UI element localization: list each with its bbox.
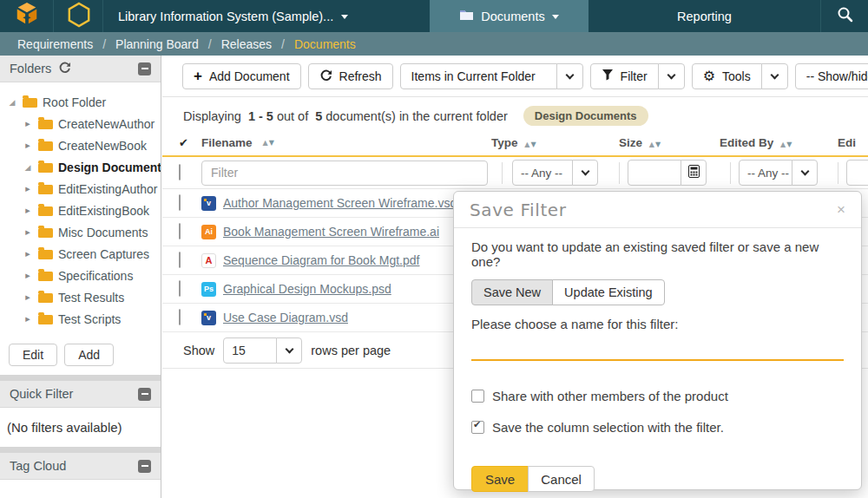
tree-collapsed-icon[interactable]: ▸ — [23, 183, 33, 194]
tree-collapsed-icon[interactable]: ▸ — [23, 292, 33, 303]
tree-item-createnewauthor[interactable]: ▸ CreateNewAuthor — [0, 113, 161, 134]
quick-filter-title: Quick Filter — [10, 387, 73, 401]
tree-item-specifications[interactable]: ▸ Specifications — [0, 265, 161, 286]
edited-by-filter-value[interactable]: -- Any -- — [739, 160, 792, 186]
edit-folder-button[interactable]: Edit — [9, 344, 57, 366]
folder-icon — [38, 120, 53, 129]
tree-collapsed-icon[interactable]: ▸ — [23, 205, 33, 216]
app-logo[interactable] — [0, 0, 54, 32]
tree-collapsed-icon[interactable]: ▸ — [23, 226, 33, 238]
tree-item-editexistingbook[interactable]: ▸ EditExistingBook — [0, 200, 161, 221]
items-scope-dropdown-button[interactable] — [556, 63, 583, 89]
row-checkbox[interactable] — [179, 194, 181, 211]
refresh-folders-icon[interactable] — [58, 61, 71, 76]
column-header-size[interactable]: Size ▲▼ — [619, 136, 720, 149]
refresh-button[interactable]: Refresh — [308, 63, 393, 89]
folder-tree: ◢ Root Folder ▸ CreateNewAuthor ▸ Create… — [0, 82, 161, 337]
illustrator-file-icon: Ai — [201, 225, 216, 239]
column-header-edited-on[interactable]: Edi — [838, 136, 868, 149]
tree-collapsed-icon[interactable]: ▸ — [23, 248, 33, 259]
folders-section-title: Folders — [10, 62, 51, 75]
column-header-filename[interactable]: Filename ▲▼ — [201, 136, 502, 149]
rows-per-page-dropdown-button[interactable] — [276, 337, 302, 364]
tree-collapsed-icon[interactable]: ▸ — [23, 140, 33, 151]
tag-cloud-title: Tag Cloud — [10, 459, 66, 473]
breadcrumb-documents-current[interactable]: Documents — [294, 37, 356, 51]
chevron-down-icon — [285, 344, 293, 353]
edited-by-filter-dropdown-button[interactable] — [792, 160, 818, 186]
tools-dropdown-button[interactable] — [761, 63, 788, 89]
breadcrumb-requirements[interactable]: Requirements — [17, 37, 93, 51]
size-filter-calculator-button[interactable] — [681, 160, 707, 186]
tree-item-test-results[interactable]: ▸ Test Results — [0, 286, 161, 308]
tree-item-label: CreateNewAuthor — [58, 117, 155, 131]
type-filter-dropdown-button[interactable] — [572, 160, 598, 186]
save-columns-checkbox[interactable] — [471, 421, 484, 434]
row-checkbox[interactable] — [179, 164, 181, 180]
nav-tab-documents[interactable]: Documents — [430, 0, 589, 32]
filter-dropdown-button[interactable] — [658, 63, 685, 89]
tree-item-label: EditExistingBook — [58, 204, 149, 218]
global-search-button[interactable] — [820, 0, 868, 32]
add-folder-button[interactable]: Add — [64, 344, 114, 366]
collapse-tag-cloud-button[interactable] — [138, 460, 151, 473]
save-new-button[interactable]: Save New — [471, 279, 553, 305]
tree-item-createnewbook[interactable]: ▸ CreateNewBook — [0, 134, 161, 156]
document-link[interactable]: Use Case Diagram.vsd — [223, 311, 348, 324]
nav-tab-reporting[interactable]: Reporting — [589, 0, 820, 32]
row-checkbox[interactable] — [179, 280, 181, 297]
tree-collapsed-icon[interactable]: ▸ — [23, 118, 33, 129]
collapse-folders-button[interactable] — [138, 62, 151, 75]
dialog-title: Save Filter — [470, 200, 567, 220]
tree-item-test-scripts[interactable]: ▸ Test Scripts — [0, 308, 161, 330]
rows-per-page-value[interactable]: 15 — [223, 337, 277, 364]
tree-expanded-icon[interactable]: ◢ — [7, 98, 17, 107]
column-header-type[interactable]: Type ▲▼ — [491, 136, 608, 149]
tree-expanded-icon[interactable]: ◢ — [23, 163, 33, 172]
size-filter-input[interactable] — [628, 160, 681, 186]
document-link[interactable]: Book Management Screen Wireframe.ai — [223, 225, 439, 239]
update-existing-button[interactable]: Update Existing — [552, 279, 665, 305]
document-link[interactable]: Author Management Screen Wireframe.vsd — [223, 196, 457, 210]
tree-item-design-documents[interactable]: ◢ Design Documents — [0, 156, 161, 178]
tree-item-misc-documents[interactable]: ▸ Misc Documents — [0, 221, 161, 243]
row-checkbox[interactable] — [179, 252, 181, 268]
cancel-button[interactable]: Cancel — [528, 466, 595, 492]
filter-button[interactable]: Filter — [590, 63, 659, 89]
breadcrumb-releases[interactable]: Releases — [221, 37, 272, 51]
edited-on-filter-input[interactable] — [846, 160, 868, 186]
document-link[interactable]: Sequence Diagram for Book Mgt.pdf — [223, 253, 419, 267]
filter-name-input[interactable] — [471, 337, 844, 361]
filename-filter-input[interactable] — [201, 161, 488, 186]
sort-arrows-icon[interactable]: ▲▼ — [780, 141, 792, 148]
column-header-edited-by[interactable]: Edited By ▲▼ — [720, 136, 838, 149]
items-scope-select[interactable]: Items in Current Folder — [400, 63, 557, 89]
document-link[interactable]: Graphical Design Mockups.psd — [223, 282, 391, 296]
size-filter-group — [628, 160, 707, 186]
row-checkbox[interactable] — [179, 223, 181, 239]
workspace-hexagon-button[interactable] — [55, 0, 103, 32]
chevron-down-icon — [800, 167, 809, 176]
sort-arrows-icon[interactable]: ▲▼ — [263, 139, 275, 147]
tree-item-root-folder[interactable]: ◢ Root Folder — [0, 91, 161, 113]
dialog-header: Save Filter × — [454, 192, 861, 228]
tree-collapsed-icon[interactable]: ▸ — [23, 313, 33, 324]
breadcrumb-planning-board[interactable]: Planning Board — [115, 37, 199, 51]
tree-collapsed-icon[interactable]: ▸ — [23, 270, 33, 281]
select-all-check-icon[interactable]: ✔ — [179, 136, 188, 149]
collapse-quick-filter-button[interactable] — [138, 388, 151, 401]
close-icon[interactable]: × — [837, 202, 845, 217]
tree-item-screen-captures[interactable]: ▸ Screen Captures — [0, 243, 161, 265]
save-button[interactable]: Save — [471, 466, 529, 492]
share-filter-checkbox[interactable] — [471, 390, 484, 403]
add-document-button[interactable]: + Add Document — [182, 63, 301, 89]
sort-arrows-icon[interactable]: ▲▼ — [524, 141, 536, 148]
tag-cloud-body: authentication author management — [0, 480, 161, 498]
show-hide-columns-select[interactable]: -- Show/hide — [795, 63, 868, 89]
type-filter-value[interactable]: -- Any -- — [512, 160, 573, 186]
tools-button[interactable]: ⚙ Tools — [692, 63, 762, 89]
product-selector-dropdown[interactable]: Library Information System (Sample)... — [104, 0, 378, 32]
sort-arrows-icon[interactable]: ▲▼ — [649, 141, 661, 148]
tree-item-editexistingauthor[interactable]: ▸ EditExistingAuthor — [0, 178, 161, 200]
row-checkbox[interactable] — [179, 309, 181, 325]
